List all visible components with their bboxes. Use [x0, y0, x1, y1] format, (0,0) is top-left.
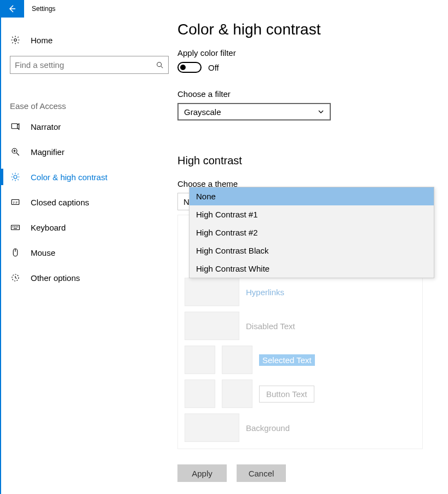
gear-icon — [10, 35, 21, 45]
sidebar-item-keyboard[interactable]: Keyboard — [1, 215, 177, 240]
preview-button: Button Text — [259, 386, 314, 403]
sidebar-item-other[interactable]: Other options — [1, 265, 177, 290]
sidebar-item-label: Narrator — [31, 122, 61, 131]
filter-select[interactable]: Grayscale — [177, 103, 331, 120]
mouse-icon — [10, 248, 21, 257]
swatch-button-fg[interactable] — [185, 380, 215, 408]
svg-point-8 — [14, 175, 17, 179]
other-icon — [10, 273, 21, 283]
preview-disabled: Disabled Text — [246, 321, 295, 331]
svg-point-13 — [16, 227, 16, 227]
svg-rect-9 — [12, 200, 19, 205]
swatch-selected-bg[interactable] — [222, 346, 252, 374]
sidebar-item-captions[interactable]: Closed captions — [1, 189, 177, 215]
sidebar: Home Ease of Access Narrator Magnifier C… — [1, 18, 177, 494]
sidebar-item-color[interactable]: Color & high contrast — [1, 164, 177, 189]
category-label: Ease of Access — [1, 101, 177, 111]
swatch-hyperlinks[interactable] — [185, 278, 239, 306]
apply-button[interactable]: Apply — [177, 464, 227, 482]
apply-filter-toggle[interactable] — [177, 62, 202, 73]
apply-filter-label: Apply color filter — [177, 48, 433, 58]
sidebar-item-label: Mouse — [31, 248, 55, 257]
sidebar-item-label: Magnifier — [31, 147, 65, 157]
svg-point-1 — [157, 62, 162, 66]
sidebar-item-label: Color & high contrast — [31, 173, 107, 182]
swatch-disabled[interactable] — [185, 312, 239, 340]
search-input[interactable] — [15, 60, 156, 70]
cancel-button[interactable]: Cancel — [237, 464, 286, 482]
high-contrast-title: High contrast — [177, 154, 433, 167]
swatch-button-bg[interactable] — [222, 380, 252, 408]
page-title: Color & high contrast — [177, 21, 433, 38]
search-icon — [156, 61, 164, 69]
svg-rect-10 — [12, 225, 20, 229]
theme-option-hcblack[interactable]: High Contrast Black — [189, 242, 434, 260]
sidebar-item-magnifier[interactable]: Magnifier — [1, 139, 177, 164]
sidebar-item-mouse[interactable]: Mouse — [1, 240, 177, 265]
search-input-wrapper[interactable] — [10, 56, 169, 74]
toggle-state: Off — [208, 63, 219, 72]
sidebar-item-label: Other options — [31, 273, 80, 283]
chevron-down-icon — [318, 108, 324, 115]
svg-line-2 — [161, 66, 163, 68]
swatch-selected-fg[interactable] — [185, 346, 215, 374]
svg-point-0 — [14, 39, 17, 42]
svg-point-11 — [13, 227, 13, 227]
theme-option-hc2[interactable]: High Contrast #2 — [189, 223, 434, 242]
theme-dropdown-list: None High Contrast #1 High Contrast #2 H… — [189, 187, 434, 278]
sidebar-item-narrator[interactable]: Narrator — [1, 114, 177, 139]
captions-icon — [10, 197, 21, 207]
swatch-background[interactable] — [185, 413, 239, 442]
sidebar-item-label: Keyboard — [31, 223, 66, 232]
theme-option-hc1[interactable]: High Contrast #1 — [189, 205, 434, 223]
home-link[interactable]: Home — [1, 27, 177, 53]
svg-rect-3 — [12, 124, 18, 129]
theme-option-none[interactable]: None — [189, 187, 434, 205]
svg-line-5 — [16, 153, 19, 156]
keyboard-icon — [10, 222, 21, 232]
svg-point-12 — [14, 227, 15, 227]
preview-selected: Selected Text — [259, 354, 315, 366]
sidebar-item-label: Closed captions — [31, 198, 89, 207]
preview-background: Background — [246, 423, 290, 433]
theme-option-hcwhite[interactable]: High Contrast White — [189, 260, 434, 278]
svg-point-14 — [18, 227, 18, 227]
app-title: Settings — [32, 5, 55, 13]
back-button[interactable] — [0, 0, 24, 18]
choose-filter-label: Choose a filter — [177, 89, 433, 99]
home-label: Home — [31, 36, 53, 45]
preview-hyperlinks: Hyperlinks — [246, 288, 284, 297]
filter-value: Grayscale — [184, 107, 221, 117]
back-arrow-icon — [8, 4, 16, 13]
titlebar: Settings — [0, 0, 448, 18]
magnifier-icon — [10, 147, 21, 157]
brightness-icon — [10, 172, 21, 182]
narrator-icon — [10, 122, 21, 131]
